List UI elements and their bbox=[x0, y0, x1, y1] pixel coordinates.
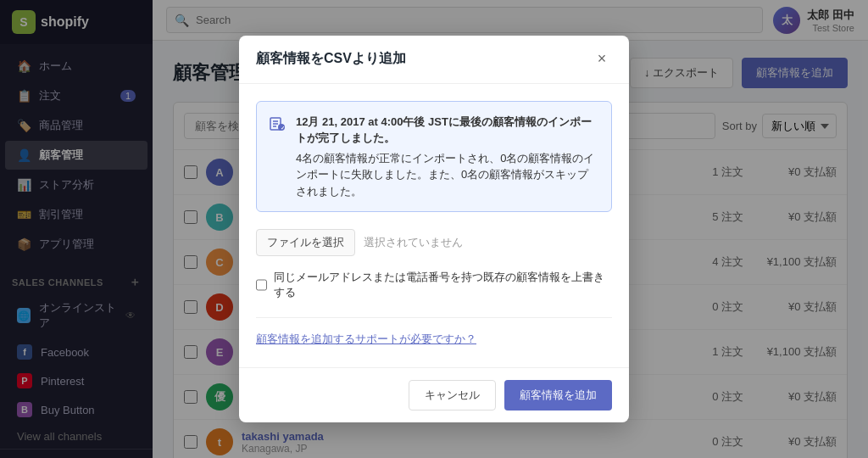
overwrite-checkbox[interactable] bbox=[256, 279, 267, 291]
info-text-area: 12月 21, 2017 at 4:00午後 JSTに最後の顧客情報のインポート… bbox=[296, 114, 599, 200]
modal-divider bbox=[256, 317, 612, 318]
file-select-button[interactable]: ファイルを選択 bbox=[256, 229, 355, 256]
help-link[interactable]: 顧客情報を追加するサポートが必要ですか？ bbox=[256, 332, 612, 347]
info-icon: ✓ bbox=[269, 115, 286, 200]
file-name-display: 選択されていません bbox=[364, 235, 463, 250]
cancel-button[interactable]: キャンセル bbox=[409, 380, 496, 411]
info-heading: 12月 21, 2017 at 4:00午後 JSTに最後の顧客情報のインポート… bbox=[296, 114, 599, 200]
csv-import-modal: 顧客情報をCSVより追加 × ✓ 12月 21, 201 bbox=[239, 36, 629, 423]
modal-title: 顧客情報をCSVより追加 bbox=[256, 50, 406, 68]
modal-footer: キャンセル 顧客情報を追加 bbox=[239, 367, 629, 422]
checkbox-label: 同じメールアドレスまたは電話番号を持つ既存の顧客情報を上書きする bbox=[274, 270, 612, 300]
modal-body: ✓ 12月 21, 2017 at 4:00午後 JSTに最後の顧客情報のインポ… bbox=[239, 84, 629, 368]
file-section: ファイルを選択 選択されていません bbox=[256, 229, 612, 256]
modal-overlay[interactable]: 顧客情報をCSVより追加 × ✓ 12月 21, 201 bbox=[0, 0, 868, 458]
add-customers-button[interactable]: 顧客情報を追加 bbox=[504, 380, 612, 411]
import-info-box: ✓ 12月 21, 2017 at 4:00午後 JSTに最後の顧客情報のインポ… bbox=[256, 101, 612, 213]
modal-close-button[interactable]: × bbox=[592, 49, 612, 70]
svg-text:✓: ✓ bbox=[281, 126, 285, 131]
modal-header: 顧客情報をCSVより追加 × bbox=[239, 36, 629, 84]
overwrite-checkbox-row: 同じメールアドレスまたは電話番号を持つ既存の顧客情報を上書きする bbox=[256, 270, 612, 300]
